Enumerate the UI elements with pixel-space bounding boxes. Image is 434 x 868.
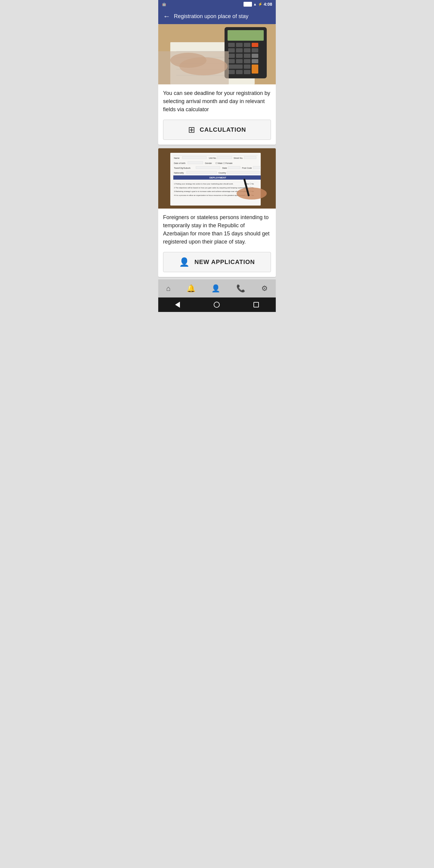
android-back-button[interactable] (168, 299, 187, 310)
bell-icon: 🔔 (187, 284, 195, 293)
nav-home[interactable]: ⌂ (164, 282, 173, 295)
svg-rect-36 (173, 155, 258, 156)
bottom-nav: ⌂ 🔔 👤 📞 ⚙ (158, 279, 276, 298)
svg-rect-56 (227, 171, 260, 174)
calculation-card-image (158, 24, 276, 84)
phone-icon: 📞 (236, 284, 245, 293)
status-bar: 🤖 LTE ▲ ⚡ 4:08 (158, 0, 276, 8)
svg-rect-50 (228, 166, 240, 169)
main-content: You can see deadline for your registrati… (158, 24, 276, 279)
app-header: ← Registration upon place of stay (158, 8, 276, 24)
svg-text:Nationality: Nationality (174, 172, 184, 174)
svg-rect-24 (252, 59, 258, 63)
svg-rect-22 (236, 59, 243, 63)
new-application-button-label: NEW APPLICATION (194, 258, 255, 266)
profile-icon: 👤 (211, 284, 220, 293)
svg-rect-23 (244, 59, 250, 63)
svg-rect-38 (182, 156, 207, 159)
signal-icon: ▲ (253, 2, 257, 6)
svg-rect-11 (244, 43, 250, 47)
svg-text:Name: Name (174, 157, 180, 159)
svg-rect-28 (228, 70, 235, 74)
time-display: 4:08 (264, 2, 272, 7)
svg-rect-26 (244, 64, 250, 69)
svg-point-32 (170, 53, 207, 68)
home-circle-icon (214, 302, 220, 308)
svg-text:1   Putting your strategy into: 1 Putting your strategy into action is h… (174, 183, 234, 185)
svg-text:Street No.: Street No. (234, 157, 243, 159)
svg-point-72 (237, 187, 267, 199)
svg-rect-21 (228, 59, 235, 63)
form-image-bg: Name Unit No. Street No. Date of birth G… (158, 148, 276, 209)
application-card-image: Name Unit No. Street No. Date of birth G… (158, 148, 276, 209)
application-card-body: Foreigners or stateless persons intendin… (158, 209, 276, 277)
calculation-card-body: You can see deadline for your registrati… (158, 84, 276, 145)
new-application-button[interactable]: 👤 NEW APPLICATION (163, 252, 271, 272)
svg-rect-20 (252, 54, 258, 58)
svg-rect-54 (187, 171, 217, 174)
status-bar-left: 🤖 (162, 2, 166, 6)
back-triangle-icon (175, 302, 180, 308)
svg-text:2   The objectives will be bas: 2 The objectives will be based on how yo… (174, 187, 247, 189)
svg-text:DEPLOYMENT: DEPLOYMENT (210, 176, 226, 179)
svg-rect-29 (236, 70, 243, 74)
svg-rect-19 (244, 54, 250, 58)
svg-rect-9 (228, 43, 235, 47)
calculation-description: You can see deadline for your registrati… (163, 89, 271, 114)
svg-rect-27 (252, 64, 258, 73)
svg-text:4   It is a process to allow a: 4 It is a process to allow an organizati… (174, 194, 246, 196)
back-button[interactable]: ← (163, 12, 170, 21)
svg-rect-25 (228, 64, 243, 69)
svg-text:Post Code: Post Code (242, 167, 252, 169)
calculator-image-bg (158, 24, 276, 84)
svg-text:State: State (222, 167, 227, 169)
svg-rect-12 (252, 43, 258, 47)
application-description: Foreigners or stateless persons intendin… (163, 213, 271, 246)
svg-rect-17 (228, 54, 235, 58)
svg-rect-8 (227, 30, 264, 41)
gear-icon: ⚙ (261, 284, 268, 293)
calculation-button[interactable]: ⊞ CALCULATION (163, 120, 271, 140)
calculator-svg (158, 24, 276, 84)
status-icons: LTE ▲ ⚡ 4:08 (244, 2, 272, 7)
android-nav-bar (158, 298, 276, 312)
svg-rect-16 (252, 48, 258, 53)
svg-text:Town/City/Suburb: Town/City/Suburb (174, 167, 190, 169)
application-card: Name Unit No. Street No. Date of birth G… (158, 148, 276, 277)
svg-rect-18 (236, 54, 243, 58)
svg-rect-14 (236, 48, 243, 53)
svg-rect-44 (188, 161, 203, 164)
svg-rect-42 (244, 156, 256, 159)
android-recent-button[interactable] (246, 300, 266, 310)
svg-text:Unit No.: Unit No. (209, 157, 216, 159)
svg-rect-10 (236, 43, 243, 47)
battery-icon: ⚡ (258, 2, 262, 6)
svg-text:☐ Male ☐ Female: ☐ Male ☐ Female (216, 162, 232, 164)
lte-badge: LTE (244, 2, 252, 7)
form-svg: Name Unit No. Street No. Date of birth G… (158, 148, 276, 209)
svg-rect-13 (228, 48, 235, 53)
svg-rect-30 (244, 70, 250, 74)
svg-rect-15 (244, 48, 250, 53)
page-title: Registration upon place of stay (174, 13, 248, 20)
nav-settings[interactable]: ⚙ (259, 282, 270, 295)
recent-square-icon (253, 302, 259, 307)
android-icon: 🤖 (162, 2, 166, 6)
home-icon: ⌂ (166, 284, 170, 293)
svg-text:Gender: Gender (205, 162, 212, 164)
svg-text:Date of birth: Date of birth (174, 162, 185, 164)
person-icon: 👤 (179, 257, 190, 267)
nav-profile[interactable]: 👤 (209, 282, 223, 295)
nav-phone[interactable]: 📞 (234, 282, 248, 295)
svg-point-31 (179, 57, 227, 75)
svg-text:Country: Country (218, 172, 226, 174)
calculation-card: You can see deadline for your registrati… (158, 24, 276, 145)
svg-rect-40 (217, 156, 232, 159)
nav-notifications[interactable]: 🔔 (184, 282, 198, 295)
svg-rect-48 (196, 166, 220, 169)
calculator-icon: ⊞ (188, 125, 195, 135)
svg-rect-52 (253, 166, 261, 169)
android-home-button[interactable] (207, 299, 227, 310)
calculation-button-label: CALCULATION (200, 126, 246, 133)
